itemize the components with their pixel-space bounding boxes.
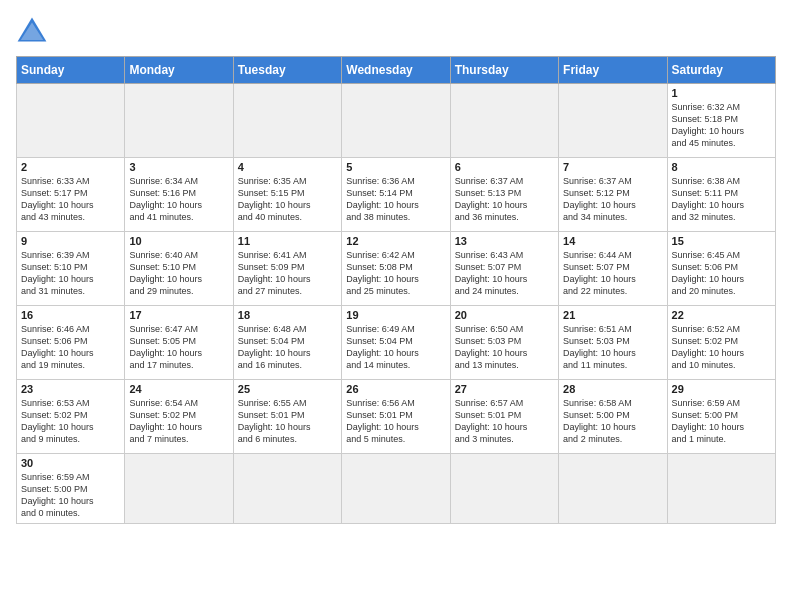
day-number: 2 <box>21 161 120 173</box>
calendar-row-2: 2Sunrise: 6:33 AM Sunset: 5:17 PM Daylig… <box>17 158 776 232</box>
day-number: 10 <box>129 235 228 247</box>
day-info: Sunrise: 6:49 AM Sunset: 5:04 PM Dayligh… <box>346 323 445 372</box>
day-info: Sunrise: 6:43 AM Sunset: 5:07 PM Dayligh… <box>455 249 554 298</box>
day-number: 25 <box>238 383 337 395</box>
calendar-cell: 1Sunrise: 6:32 AM Sunset: 5:18 PM Daylig… <box>667 84 775 158</box>
day-number: 28 <box>563 383 662 395</box>
day-info: Sunrise: 6:32 AM Sunset: 5:18 PM Dayligh… <box>672 101 771 150</box>
day-info: Sunrise: 6:58 AM Sunset: 5:00 PM Dayligh… <box>563 397 662 446</box>
day-number: 13 <box>455 235 554 247</box>
calendar-cell: 22Sunrise: 6:52 AM Sunset: 5:02 PM Dayli… <box>667 306 775 380</box>
day-info: Sunrise: 6:57 AM Sunset: 5:01 PM Dayligh… <box>455 397 554 446</box>
day-number: 6 <box>455 161 554 173</box>
calendar-cell <box>342 454 450 524</box>
calendar-row-4: 16Sunrise: 6:46 AM Sunset: 5:06 PM Dayli… <box>17 306 776 380</box>
calendar-row-6: 30Sunrise: 6:59 AM Sunset: 5:00 PM Dayli… <box>17 454 776 524</box>
day-number: 26 <box>346 383 445 395</box>
day-info: Sunrise: 6:55 AM Sunset: 5:01 PM Dayligh… <box>238 397 337 446</box>
calendar-cell <box>125 84 233 158</box>
calendar-cell <box>450 454 558 524</box>
day-info: Sunrise: 6:54 AM Sunset: 5:02 PM Dayligh… <box>129 397 228 446</box>
calendar-cell: 18Sunrise: 6:48 AM Sunset: 5:04 PM Dayli… <box>233 306 341 380</box>
day-info: Sunrise: 6:48 AM Sunset: 5:04 PM Dayligh… <box>238 323 337 372</box>
day-number: 8 <box>672 161 771 173</box>
calendar-cell: 30Sunrise: 6:59 AM Sunset: 5:00 PM Dayli… <box>17 454 125 524</box>
calendar-cell: 25Sunrise: 6:55 AM Sunset: 5:01 PM Dayli… <box>233 380 341 454</box>
day-info: Sunrise: 6:47 AM Sunset: 5:05 PM Dayligh… <box>129 323 228 372</box>
calendar-table: SundayMondayTuesdayWednesdayThursdayFrid… <box>16 56 776 524</box>
calendar-cell: 11Sunrise: 6:41 AM Sunset: 5:09 PM Dayli… <box>233 232 341 306</box>
calendar-cell: 12Sunrise: 6:42 AM Sunset: 5:08 PM Dayli… <box>342 232 450 306</box>
day-number: 18 <box>238 309 337 321</box>
calendar-cell <box>559 454 667 524</box>
calendar-cell <box>667 454 775 524</box>
calendar-cell: 9Sunrise: 6:39 AM Sunset: 5:10 PM Daylig… <box>17 232 125 306</box>
calendar-cell: 29Sunrise: 6:59 AM Sunset: 5:00 PM Dayli… <box>667 380 775 454</box>
day-number: 4 <box>238 161 337 173</box>
calendar-cell: 28Sunrise: 6:58 AM Sunset: 5:00 PM Dayli… <box>559 380 667 454</box>
day-number: 5 <box>346 161 445 173</box>
calendar-cell: 16Sunrise: 6:46 AM Sunset: 5:06 PM Dayli… <box>17 306 125 380</box>
calendar-row-1: 1Sunrise: 6:32 AM Sunset: 5:18 PM Daylig… <box>17 84 776 158</box>
calendar-cell: 14Sunrise: 6:44 AM Sunset: 5:07 PM Dayli… <box>559 232 667 306</box>
weekday-header-row: SundayMondayTuesdayWednesdayThursdayFrid… <box>17 57 776 84</box>
day-info: Sunrise: 6:44 AM Sunset: 5:07 PM Dayligh… <box>563 249 662 298</box>
weekday-header-saturday: Saturday <box>667 57 775 84</box>
calendar-cell: 4Sunrise: 6:35 AM Sunset: 5:15 PM Daylig… <box>233 158 341 232</box>
day-number: 17 <box>129 309 228 321</box>
weekday-header-wednesday: Wednesday <box>342 57 450 84</box>
weekday-header-thursday: Thursday <box>450 57 558 84</box>
day-info: Sunrise: 6:51 AM Sunset: 5:03 PM Dayligh… <box>563 323 662 372</box>
calendar-cell <box>125 454 233 524</box>
day-info: Sunrise: 6:41 AM Sunset: 5:09 PM Dayligh… <box>238 249 337 298</box>
calendar-cell: 21Sunrise: 6:51 AM Sunset: 5:03 PM Dayli… <box>559 306 667 380</box>
day-info: Sunrise: 6:40 AM Sunset: 5:10 PM Dayligh… <box>129 249 228 298</box>
calendar-cell: 13Sunrise: 6:43 AM Sunset: 5:07 PM Dayli… <box>450 232 558 306</box>
calendar-cell: 19Sunrise: 6:49 AM Sunset: 5:04 PM Dayli… <box>342 306 450 380</box>
day-info: Sunrise: 6:34 AM Sunset: 5:16 PM Dayligh… <box>129 175 228 224</box>
day-number: 20 <box>455 309 554 321</box>
calendar-row-3: 9Sunrise: 6:39 AM Sunset: 5:10 PM Daylig… <box>17 232 776 306</box>
day-info: Sunrise: 6:59 AM Sunset: 5:00 PM Dayligh… <box>21 471 120 520</box>
day-info: Sunrise: 6:42 AM Sunset: 5:08 PM Dayligh… <box>346 249 445 298</box>
day-info: Sunrise: 6:56 AM Sunset: 5:01 PM Dayligh… <box>346 397 445 446</box>
calendar-cell: 8Sunrise: 6:38 AM Sunset: 5:11 PM Daylig… <box>667 158 775 232</box>
day-number: 21 <box>563 309 662 321</box>
day-number: 3 <box>129 161 228 173</box>
logo-icon <box>16 16 48 44</box>
day-number: 9 <box>21 235 120 247</box>
day-info: Sunrise: 6:52 AM Sunset: 5:02 PM Dayligh… <box>672 323 771 372</box>
header <box>16 16 776 44</box>
calendar-cell: 20Sunrise: 6:50 AM Sunset: 5:03 PM Dayli… <box>450 306 558 380</box>
calendar-cell: 23Sunrise: 6:53 AM Sunset: 5:02 PM Dayli… <box>17 380 125 454</box>
weekday-header-friday: Friday <box>559 57 667 84</box>
day-info: Sunrise: 6:46 AM Sunset: 5:06 PM Dayligh… <box>21 323 120 372</box>
calendar-cell <box>233 84 341 158</box>
day-number: 30 <box>21 457 120 469</box>
day-info: Sunrise: 6:59 AM Sunset: 5:00 PM Dayligh… <box>672 397 771 446</box>
calendar-cell: 3Sunrise: 6:34 AM Sunset: 5:16 PM Daylig… <box>125 158 233 232</box>
day-number: 14 <box>563 235 662 247</box>
day-number: 23 <box>21 383 120 395</box>
day-number: 22 <box>672 309 771 321</box>
day-number: 16 <box>21 309 120 321</box>
day-info: Sunrise: 6:50 AM Sunset: 5:03 PM Dayligh… <box>455 323 554 372</box>
calendar-cell: 15Sunrise: 6:45 AM Sunset: 5:06 PM Dayli… <box>667 232 775 306</box>
calendar-cell: 5Sunrise: 6:36 AM Sunset: 5:14 PM Daylig… <box>342 158 450 232</box>
calendar-row-5: 23Sunrise: 6:53 AM Sunset: 5:02 PM Dayli… <box>17 380 776 454</box>
calendar-cell <box>450 84 558 158</box>
day-number: 27 <box>455 383 554 395</box>
calendar-cell: 17Sunrise: 6:47 AM Sunset: 5:05 PM Dayli… <box>125 306 233 380</box>
weekday-header-sunday: Sunday <box>17 57 125 84</box>
day-info: Sunrise: 6:38 AM Sunset: 5:11 PM Dayligh… <box>672 175 771 224</box>
day-number: 29 <box>672 383 771 395</box>
day-info: Sunrise: 6:37 AM Sunset: 5:13 PM Dayligh… <box>455 175 554 224</box>
day-number: 7 <box>563 161 662 173</box>
day-info: Sunrise: 6:35 AM Sunset: 5:15 PM Dayligh… <box>238 175 337 224</box>
calendar-cell: 26Sunrise: 6:56 AM Sunset: 5:01 PM Dayli… <box>342 380 450 454</box>
calendar-cell <box>233 454 341 524</box>
calendar-cell <box>17 84 125 158</box>
weekday-header-monday: Monday <box>125 57 233 84</box>
calendar-cell: 10Sunrise: 6:40 AM Sunset: 5:10 PM Dayli… <box>125 232 233 306</box>
day-number: 15 <box>672 235 771 247</box>
